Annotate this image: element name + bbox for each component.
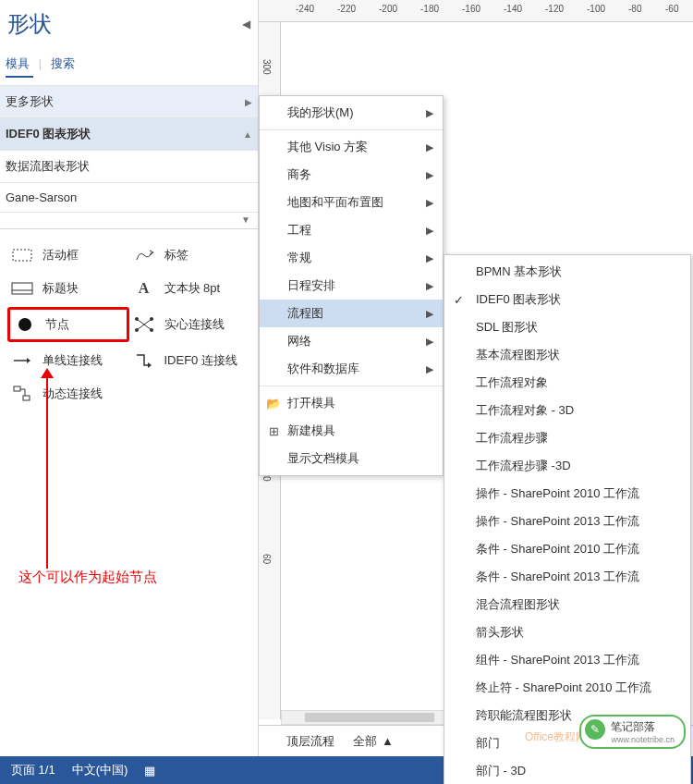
chevron-right-icon: ▶	[426, 141, 433, 153]
menu-item[interactable]: 网络▶	[260, 327, 443, 355]
shape-node[interactable]: 节点	[7, 307, 129, 342]
submenu-item[interactable]: SDL 图形状	[444, 313, 690, 341]
label-icon	[133, 246, 155, 264]
submenu-item[interactable]: 条件 - SharePoint 2010 工作流	[444, 535, 690, 563]
menu-item[interactable]: 商务▶	[260, 161, 443, 189]
submenu-item[interactable]: 组件 - SharePoint 2013 工作流	[444, 646, 690, 674]
annotation-arrow-line	[46, 374, 48, 569]
menu-item[interactable]: 日程安排▶	[260, 272, 443, 300]
chevron-right-icon: ▶	[426, 225, 433, 237]
shape-text-block[interactable]: A 文本块 8pt	[129, 274, 251, 303]
submenu-item[interactable]: 终止符 - SharePoint 2010 工作流	[444, 674, 690, 702]
menu-item-flowchart[interactable]: 流程图▶	[260, 300, 443, 327]
svg-point-3	[18, 318, 31, 331]
category-item[interactable]: IDEF0 图表形状 ▲	[0, 118, 258, 151]
chevron-right-icon: ▶	[426, 169, 433, 181]
more-shapes-row[interactable]: 更多形状 ▶	[0, 86, 258, 118]
svg-rect-12	[23, 396, 30, 400]
submenu-item[interactable]: 箭头形状	[444, 619, 690, 646]
submenu-item[interactable]: 工作流程步骤 -3D	[444, 452, 690, 480]
menu-new-stencil[interactable]: ⊞新建模具	[260, 417, 443, 445]
chevron-right-icon: ▶	[426, 197, 433, 209]
submenu-item[interactable]: 部门 - 3D	[444, 757, 690, 784]
svg-point-9	[150, 328, 153, 332]
scroll-down-icon[interactable]: ▼	[241, 214, 250, 225]
chevron-right-icon: ▶	[426, 252, 433, 264]
menu-item[interactable]: 我的形状(M)▶	[260, 99, 443, 127]
submenu-item[interactable]: 操作 - SharePoint 2010 工作流	[444, 480, 690, 508]
page-indicator[interactable]: 页面 1/1	[11, 762, 55, 778]
tab-search[interactable]: 搜索	[51, 56, 75, 70]
macro-icon[interactable]: ▦	[144, 764, 155, 778]
scrollbar-thumb[interactable]	[305, 713, 434, 722]
category-item[interactable]: 数据流图表形状	[0, 151, 258, 183]
shapes-panel: 形状 ◀ 模具 | 搜索 更多形状 ▶ IDEF0 图表形状 ▲ 数据流图表形状…	[0, 0, 259, 784]
submenu-item[interactable]: 工作流程对象 - 3D	[444, 397, 690, 424]
menu-item[interactable]: 其他 Visio 方案▶	[260, 133, 443, 161]
activity-box-icon	[11, 246, 33, 264]
svg-point-8	[135, 317, 139, 321]
chevron-right-icon: ▶	[245, 97, 252, 107]
collapse-panel-icon[interactable]: ◀	[242, 18, 250, 31]
title-block-icon	[11, 279, 33, 298]
dynamic-connector-icon	[11, 385, 33, 403]
grid-icon: ⊞	[266, 424, 281, 438]
shape-solid-connector[interactable]: 实心连接线	[129, 307, 251, 342]
node-icon	[14, 315, 36, 334]
submenu-item[interactable]: 操作 - SharePoint 2013 工作流	[444, 508, 690, 535]
shape-title-block[interactable]: 标题块	[7, 274, 129, 303]
single-connector-icon	[11, 351, 33, 370]
idef0-connector-icon	[133, 351, 155, 370]
panel-header: 形状 ◀	[0, 0, 258, 48]
menu-item[interactable]: 软件和数据库▶	[260, 355, 443, 383]
submenu-item[interactable]: 工作流程步骤	[444, 424, 690, 452]
submenu-item[interactable]: 条件 - SharePoint 2013 工作流	[444, 563, 690, 591]
chevron-right-icon: ▶	[426, 336, 433, 348]
submenu-item[interactable]: ✓IDEF0 图表形状	[444, 286, 690, 313]
all-button[interactable]: 全部 ▲	[353, 733, 394, 750]
submenu-item[interactable]: 混合流程图形状	[444, 591, 690, 619]
pencil-icon: ✎	[585, 719, 605, 740]
shape-idef0-connector[interactable]: IDEF0 连接线	[129, 346, 251, 375]
tab-stencil[interactable]: 模具	[6, 56, 30, 70]
chevron-right-icon: ▶	[426, 280, 433, 292]
category-item[interactable]: Gane-Sarson	[0, 183, 258, 213]
submenu-item[interactable]: BPMN 基本形状	[444, 258, 690, 286]
ruler-horizontal: -240 -220 -200 -180 -160 -140 -120 -100 …	[259, 0, 693, 22]
svg-rect-1	[12, 283, 32, 294]
watermark-badge: ✎ 笔记部落 www.notetribe.cn	[579, 715, 686, 749]
shape-label[interactable]: 标签	[129, 240, 251, 270]
context-menu-categories: 我的形状(M)▶ 其他 Visio 方案▶ 商务▶ 地图和平面布置图▶ 工程▶ …	[259, 95, 444, 476]
shape-activity-box[interactable]: 活动框	[7, 240, 129, 270]
shape-dynamic-connector[interactable]: 动态连接线	[7, 379, 129, 409]
open-icon: 📂	[266, 397, 281, 410]
solid-connector-icon	[133, 315, 155, 334]
svg-point-7	[150, 317, 153, 321]
shapes-grid: 活动框 标签 标题块 A 文本块 8pt 节点 实心连接线 单线连接线 IDEF	[0, 229, 258, 420]
submenu-item[interactable]: 工作流程对象	[444, 369, 690, 397]
context-submenu-flowchart: BPMN 基本形状 ✓IDEF0 图表形状 SDL 图形状 基本流程图形状 工作…	[444, 254, 691, 784]
category-list: 更多形状 ▶ IDEF0 图表形状 ▲ 数据流图表形状 Gane-Sarson …	[0, 85, 258, 229]
menu-open-stencil[interactable]: 📂打开模具	[260, 389, 443, 417]
menu-item[interactable]: 常规▶	[260, 244, 443, 272]
svg-rect-11	[14, 386, 20, 391]
checkmark-icon: ✓	[454, 293, 464, 307]
chevron-up-icon: ▲	[382, 734, 394, 748]
language-indicator[interactable]: 中文(中国)	[72, 762, 128, 778]
submenu-item[interactable]: 基本流程图形状	[444, 341, 690, 369]
annotation-text: 这个可以作为起始节点	[18, 569, 157, 586]
chevron-right-icon: ▶	[426, 308, 433, 320]
scroll-up-icon[interactable]: ▲	[243, 129, 252, 140]
menu-show-doc-stencil[interactable]: 显示文档模具	[260, 445, 443, 472]
panel-tabs: 模具 | 搜索	[0, 48, 258, 85]
menu-item[interactable]: 地图和平面布置图▶	[260, 189, 443, 216]
chevron-right-icon: ▶	[426, 107, 433, 119]
shape-single-connector[interactable]: 单线连接线	[7, 346, 129, 375]
menu-item[interactable]: 工程▶	[260, 216, 443, 244]
chevron-right-icon: ▶	[426, 363, 433, 375]
panel-title: 形状	[7, 9, 52, 39]
watermark-orange: Office教程网	[525, 729, 587, 745]
svg-point-6	[135, 328, 139, 332]
svg-rect-0	[13, 250, 31, 261]
top-process-button[interactable]: 顶层流程	[286, 733, 334, 750]
